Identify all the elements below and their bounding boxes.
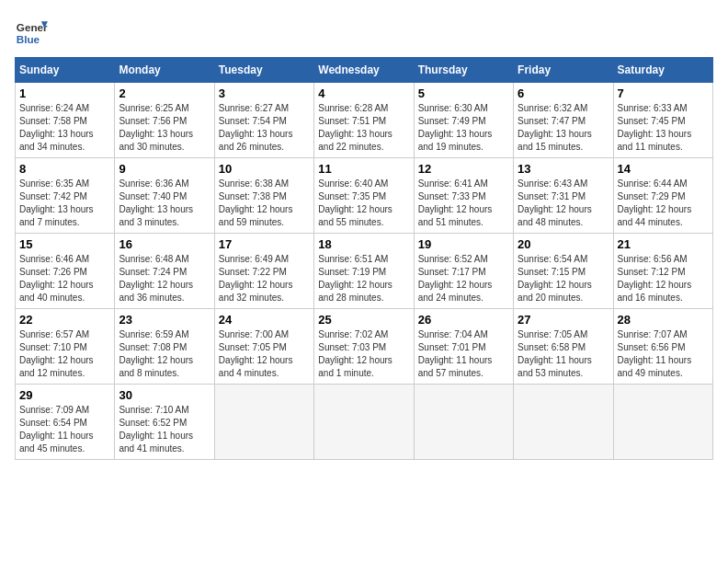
day-info: Sunrise: 6:56 AM Sunset: 7:12 PM Dayligh… <box>618 253 709 304</box>
calendar-cell: 8Sunrise: 6:35 AM Sunset: 7:42 PM Daylig… <box>16 158 115 234</box>
day-info: Sunrise: 6:35 AM Sunset: 7:42 PM Dayligh… <box>19 178 110 229</box>
day-info: Sunrise: 7:05 AM Sunset: 6:58 PM Dayligh… <box>518 328 609 380</box>
calendar-cell: 25Sunrise: 7:02 AM Sunset: 7:03 PM Dayli… <box>314 309 414 385</box>
day-info: Sunrise: 6:54 AM Sunset: 7:15 PM Dayligh… <box>518 253 609 304</box>
calendar-cell: 13Sunrise: 6:43 AM Sunset: 7:31 PM Dayli… <box>514 158 613 234</box>
calendar-cell: 12Sunrise: 6:41 AM Sunset: 7:33 PM Dayli… <box>414 158 513 234</box>
day-info: Sunrise: 6:49 AM Sunset: 7:22 PM Dayligh… <box>219 253 310 304</box>
day-number: 17 <box>219 237 310 251</box>
day-info: Sunrise: 7:09 AM Sunset: 6:54 PM Dayligh… <box>19 404 110 455</box>
logo: General Blue <box>15 15 48 48</box>
day-info: Sunrise: 6:36 AM Sunset: 7:40 PM Dayligh… <box>119 178 210 229</box>
day-info: Sunrise: 6:30 AM Sunset: 7:49 PM Dayligh… <box>418 102 509 154</box>
day-number: 10 <box>219 162 310 176</box>
calendar-cell: 27Sunrise: 7:05 AM Sunset: 6:58 PM Dayli… <box>514 309 613 385</box>
weekday-header: Friday <box>514 58 613 83</box>
calendar-week-row: 15Sunrise: 6:46 AM Sunset: 7:26 PM Dayli… <box>16 234 713 309</box>
calendar-cell: 9Sunrise: 6:36 AM Sunset: 7:40 PM Daylig… <box>115 158 214 234</box>
day-number: 23 <box>119 313 210 327</box>
day-info: Sunrise: 6:52 AM Sunset: 7:17 PM Dayligh… <box>418 253 509 304</box>
calendar-cell <box>613 385 712 460</box>
calendar-cell: 23Sunrise: 6:59 AM Sunset: 7:08 PM Dayli… <box>115 309 214 385</box>
calendar-cell: 3Sunrise: 6:27 AM Sunset: 7:54 PM Daylig… <box>214 83 313 158</box>
day-info: Sunrise: 6:51 AM Sunset: 7:19 PM Dayligh… <box>318 253 409 304</box>
day-info: Sunrise: 7:00 AM Sunset: 7:05 PM Dayligh… <box>219 328 310 380</box>
day-number: 13 <box>518 162 609 176</box>
day-number: 21 <box>618 237 709 251</box>
day-number: 27 <box>518 313 609 327</box>
day-info: Sunrise: 7:10 AM Sunset: 6:52 PM Dayligh… <box>119 404 210 455</box>
day-info: Sunrise: 7:02 AM Sunset: 7:03 PM Dayligh… <box>318 328 409 380</box>
calendar-cell <box>314 385 414 460</box>
day-number: 11 <box>318 162 409 176</box>
day-info: Sunrise: 6:41 AM Sunset: 7:33 PM Dayligh… <box>418 178 509 229</box>
weekday-header: Wednesday <box>314 58 414 83</box>
day-number: 5 <box>418 86 509 100</box>
day-info: Sunrise: 6:28 AM Sunset: 7:51 PM Dayligh… <box>318 102 409 154</box>
svg-text:Blue: Blue <box>17 33 40 45</box>
day-number: 15 <box>19 237 110 251</box>
calendar-cell: 17Sunrise: 6:49 AM Sunset: 7:22 PM Dayli… <box>214 234 313 309</box>
weekday-header: Monday <box>115 58 214 83</box>
calendar-cell <box>214 385 313 460</box>
calendar-cell: 20Sunrise: 6:54 AM Sunset: 7:15 PM Dayli… <box>514 234 613 309</box>
calendar-cell: 18Sunrise: 6:51 AM Sunset: 7:19 PM Dayli… <box>314 234 414 309</box>
day-info: Sunrise: 6:59 AM Sunset: 7:08 PM Dayligh… <box>119 328 210 380</box>
weekday-header: Saturday <box>613 58 712 83</box>
day-info: Sunrise: 7:04 AM Sunset: 7:01 PM Dayligh… <box>418 328 509 380</box>
day-info: Sunrise: 7:07 AM Sunset: 6:56 PM Dayligh… <box>618 328 709 380</box>
calendar-table: SundayMondayTuesdayWednesdayThursdayFrid… <box>15 57 713 460</box>
day-info: Sunrise: 6:48 AM Sunset: 7:24 PM Dayligh… <box>119 253 210 304</box>
day-info: Sunrise: 6:27 AM Sunset: 7:54 PM Dayligh… <box>219 102 310 154</box>
day-number: 18 <box>318 237 409 251</box>
day-number: 7 <box>618 86 709 100</box>
day-number: 28 <box>618 313 709 327</box>
calendar-cell: 5Sunrise: 6:30 AM Sunset: 7:49 PM Daylig… <box>414 83 513 158</box>
day-number: 19 <box>418 237 509 251</box>
calendar-cell: 28Sunrise: 7:07 AM Sunset: 6:56 PM Dayli… <box>613 309 712 385</box>
logo-icon: General Blue <box>15 15 48 48</box>
day-number: 25 <box>318 313 409 327</box>
day-number: 12 <box>418 162 509 176</box>
calendar-cell: 19Sunrise: 6:52 AM Sunset: 7:17 PM Dayli… <box>414 234 513 309</box>
calendar-cell: 30Sunrise: 7:10 AM Sunset: 6:52 PM Dayli… <box>115 385 214 460</box>
calendar-cell: 1Sunrise: 6:24 AM Sunset: 7:58 PM Daylig… <box>16 83 115 158</box>
day-info: Sunrise: 6:57 AM Sunset: 7:10 PM Dayligh… <box>19 328 110 380</box>
calendar-cell: 7Sunrise: 6:33 AM Sunset: 7:45 PM Daylig… <box>613 83 712 158</box>
calendar-cell: 24Sunrise: 7:00 AM Sunset: 7:05 PM Dayli… <box>214 309 313 385</box>
day-number: 1 <box>19 86 110 100</box>
day-info: Sunrise: 6:33 AM Sunset: 7:45 PM Dayligh… <box>618 102 709 154</box>
day-info: Sunrise: 6:46 AM Sunset: 7:26 PM Dayligh… <box>19 253 110 304</box>
day-number: 22 <box>19 313 110 327</box>
day-number: 16 <box>119 237 210 251</box>
weekday-header: Tuesday <box>214 58 313 83</box>
calendar-cell: 26Sunrise: 7:04 AM Sunset: 7:01 PM Dayli… <box>414 309 513 385</box>
calendar-cell: 6Sunrise: 6:32 AM Sunset: 7:47 PM Daylig… <box>514 83 613 158</box>
day-info: Sunrise: 6:40 AM Sunset: 7:35 PM Dayligh… <box>318 178 409 229</box>
calendar-cell: 21Sunrise: 6:56 AM Sunset: 7:12 PM Dayli… <box>613 234 712 309</box>
calendar-week-row: 8Sunrise: 6:35 AM Sunset: 7:42 PM Daylig… <box>16 158 713 234</box>
calendar-cell: 22Sunrise: 6:57 AM Sunset: 7:10 PM Dayli… <box>16 309 115 385</box>
day-number: 20 <box>518 237 609 251</box>
calendar-cell <box>514 385 613 460</box>
day-number: 2 <box>119 86 210 100</box>
day-number: 6 <box>518 86 609 100</box>
day-number: 26 <box>418 313 509 327</box>
page-header: General Blue <box>15 15 713 48</box>
day-info: Sunrise: 6:32 AM Sunset: 7:47 PM Dayligh… <box>518 102 609 154</box>
day-number: 14 <box>618 162 709 176</box>
day-info: Sunrise: 6:25 AM Sunset: 7:56 PM Dayligh… <box>119 102 210 154</box>
calendar-week-row: 1Sunrise: 6:24 AM Sunset: 7:58 PM Daylig… <box>16 83 713 158</box>
day-number: 29 <box>19 388 110 402</box>
day-number: 24 <box>219 313 310 327</box>
day-number: 3 <box>219 86 310 100</box>
calendar-cell: 29Sunrise: 7:09 AM Sunset: 6:54 PM Dayli… <box>16 385 115 460</box>
weekday-header: Sunday <box>16 58 115 83</box>
calendar-cell: 4Sunrise: 6:28 AM Sunset: 7:51 PM Daylig… <box>314 83 414 158</box>
calendar-cell: 2Sunrise: 6:25 AM Sunset: 7:56 PM Daylig… <box>115 83 214 158</box>
day-info: Sunrise: 6:44 AM Sunset: 7:29 PM Dayligh… <box>618 178 709 229</box>
calendar-cell: 15Sunrise: 6:46 AM Sunset: 7:26 PM Dayli… <box>16 234 115 309</box>
day-number: 8 <box>19 162 110 176</box>
day-number: 4 <box>318 86 409 100</box>
day-info: Sunrise: 6:38 AM Sunset: 7:38 PM Dayligh… <box>219 178 310 229</box>
